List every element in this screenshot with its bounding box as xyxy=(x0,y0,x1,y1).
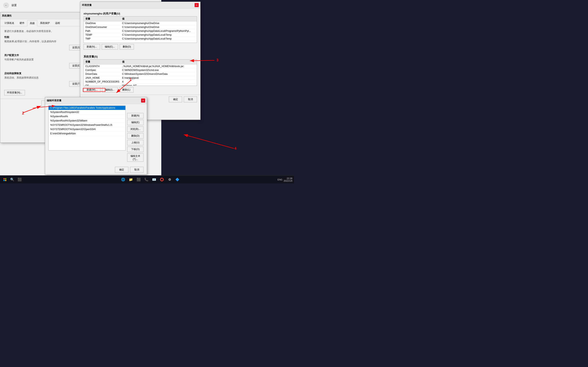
sys-vars-buttons: 新建(W)... 编辑(I)... 删除(L) xyxy=(80,86,200,94)
sysprop-tabs: 计算机名 硬件 高级 系统保护 远程 xyxy=(0,19,90,26)
tab-computer-name[interactable]: 计算机名 xyxy=(2,20,17,26)
sys-var-value-5: Windows_NT xyxy=(122,84,195,86)
editenv-path-3[interactable]: %SystemRoot%\System32\Wbem xyxy=(49,119,125,123)
performance-section: 性能 视觉效果,处理器计划，内存使用，以及虚拟内存 设置(S)... xyxy=(4,35,86,50)
editenv-edittext-btn[interactable]: 编辑文本(T)... xyxy=(127,153,144,162)
user-var-name-2: Path xyxy=(85,30,122,33)
env-variables-btn[interactable]: 环境变量(N)... xyxy=(4,90,25,95)
terminal-icon[interactable]: ⬛ xyxy=(135,176,142,183)
userprofile-desc: 与登录帐户相关的桌面设置 xyxy=(4,58,86,61)
taskbar-right: ENG 22:28 2022/1/9 xyxy=(277,177,292,182)
taskbar-center: 🌐 📁 ⬛ 📞 📧 ⭕ ⚙ 🔷 xyxy=(120,176,181,183)
editenv-path-2[interactable]: %SystemRoot% xyxy=(49,114,125,119)
editenv-dialog: 编辑环境变量 ✕ C:\Program Files (x86)\Parallel… xyxy=(45,97,147,175)
start-button[interactable] xyxy=(2,176,8,183)
user-col-value: 值 xyxy=(122,17,195,21)
editenv-up-btn[interactable]: 上移(U) xyxy=(127,140,144,145)
envvar-ok-btn[interactable]: 确定 xyxy=(169,96,182,102)
sys-var-3[interactable]: JAVA_HOME E:\nanjing\java\ xyxy=(84,76,197,80)
teams-icon[interactable]: 📞 xyxy=(143,176,150,183)
user-new-btn[interactable]: 新建(N)... xyxy=(84,44,100,50)
mail-icon[interactable]: 📧 xyxy=(151,176,157,183)
sys-col-value: 值 xyxy=(122,60,195,64)
office-icon[interactable]: ⭕ xyxy=(159,176,165,183)
sys-vars-table: 变量 值 CLASSPATH .;%JAVA_HOME%\lib\dt.jar;… xyxy=(84,59,197,86)
sys-var-value-4: 4 xyxy=(122,80,195,83)
tab-hardware[interactable]: 硬件 xyxy=(17,20,27,26)
settings-icon[interactable]: ⚙ xyxy=(166,176,173,183)
editenv-delete-btn[interactable]: 删除(D) xyxy=(127,133,144,139)
sys-var-name-2: DriverData xyxy=(85,73,122,75)
user-var-3[interactable]: TEMP C:\Users\xinyoumenghu\AppData\Local… xyxy=(84,33,197,37)
annotation-3: 3 xyxy=(216,58,218,62)
editenv-title: 编辑环境变量 xyxy=(47,99,61,102)
envvar-cancel-btn[interactable]: 取消 xyxy=(184,96,197,102)
startup-title: 启动和故障恢复 xyxy=(4,72,86,75)
user-edit-btn[interactable]: 编辑(E)... xyxy=(102,44,118,50)
user-var-2[interactable]: Path C:\Users\xinyoumenghu\AppData\Local… xyxy=(84,29,197,33)
tab-remote[interactable]: 远程 xyxy=(52,20,63,26)
user-var-name-1: OneDriveConsumer xyxy=(85,26,122,29)
sys-var-value-1: C:\WINDOWS\system32\cmd.exe xyxy=(122,69,195,72)
editenv-close-btn[interactable]: ✕ xyxy=(141,99,145,103)
user-var-1[interactable]: OneDriveConsumer C:\Users\xinyoumenghu\O… xyxy=(84,25,197,29)
user-delete-btn[interactable]: 删除(D) xyxy=(120,44,134,50)
editenv-footer: 确定 取消 xyxy=(115,167,144,173)
userprofile-section: 用户配置文件 与登录帐户相关的桌面设置 设置(E)... xyxy=(4,54,86,68)
editenv-ok-btn[interactable]: 确定 xyxy=(115,167,129,173)
editenv-path-4[interactable]: %SYSTEMROOT%\System32\WindowsPowerShell\… xyxy=(49,123,125,127)
user-var-value-2: C:\Users\xinyoumenghu\AppData\Local\Prog… xyxy=(122,30,195,33)
editenv-browse-btn[interactable]: 浏览(B)... xyxy=(127,126,144,132)
user-var-name-0: OneDrive xyxy=(85,22,122,25)
user-var-name-3: TEMP xyxy=(85,33,122,36)
editenv-path-0[interactable]: C:\Program Files (x86)\Parallels\Paralle… xyxy=(49,106,125,110)
sys-var-name-0: CLASSPATH xyxy=(85,65,122,68)
sys-var-value-0: .;%JAVA_HOME%\lib\dt.jar;%JAVA_HOME%\lib… xyxy=(122,65,195,68)
sys-var-0[interactable]: CLASSPATH .;%JAVA_HOME%\lib\dt.jar;%JAVA… xyxy=(84,64,197,68)
user-var-4[interactable]: TMP C:\Users\xinyoumenghu\AppData\Local\… xyxy=(84,37,197,41)
sys-vars-title: 系统变量(S) xyxy=(80,53,200,59)
envvar-close-btn[interactable]: ✕ xyxy=(195,3,199,7)
tab-system-protection[interactable]: 系统保护 xyxy=(37,20,52,26)
sys-var-value-3: E:\nanjing\java\ xyxy=(122,76,195,79)
sys-var-1[interactable]: ComSpec C:\WINDOWS\system32\cmd.exe xyxy=(84,68,197,72)
editenv-down-btn[interactable]: 下移(O) xyxy=(127,147,144,152)
user-var-name-4: TMP xyxy=(85,37,122,40)
edge-icon[interactable]: 🌐 xyxy=(120,176,126,183)
explorer-icon[interactable]: 📁 xyxy=(128,176,134,183)
editenv-edit-btn[interactable]: 编辑(E) xyxy=(127,120,144,125)
taskbar: 🔍 ⬛ 🌐 📁 ⬛ 📞 📧 ⭕ ⚙ 🔷 ENG 22:28 2022/1/9 xyxy=(0,175,294,184)
editenv-path-5[interactable]: %SYSTEMROOT%\System32\OpenSSH\ xyxy=(49,127,125,132)
sys-delete-btn[interactable]: 删除(L) xyxy=(119,87,134,92)
taskbar-lang: ENG xyxy=(277,178,282,181)
sys-var-4[interactable]: NUMBER_OF_PROCESSORS 4 xyxy=(84,80,197,84)
search-taskbar-icon[interactable]: 🔍 xyxy=(9,176,16,183)
sys-var-value-2: C:\Windows\System32\Drivers\DriverData xyxy=(122,73,195,75)
startup-section: 启动和故障恢复 系统启动、系统故障和调试信息 设置(T)... xyxy=(4,72,86,87)
back-button[interactable]: ← xyxy=(3,2,9,8)
sysprop-body: 要进行大多数更改，你必须作为管理员登录。 性能 视觉效果,处理器计划，内存使用，… xyxy=(0,26,90,99)
sys-var-name-1: ComSpec xyxy=(85,69,122,72)
tab-advanced[interactable]: 高级 xyxy=(27,20,37,26)
user-vars-table: 变量 值 OneDrive C:\Users\xinyoumenghu\OneD… xyxy=(84,16,197,43)
user-col-name: 变量 xyxy=(85,17,122,21)
editenv-path-1[interactable]: %SystemRoot%\system32 xyxy=(49,110,125,114)
editenv-new-btn[interactable]: 新建(N) xyxy=(127,113,144,118)
editenv-cancel-btn[interactable]: 取消 xyxy=(130,167,144,173)
app-icon[interactable]: 🔷 xyxy=(174,176,181,183)
performance-desc: 视觉效果,处理器计划，内存使用，以及虚拟内存 xyxy=(4,40,86,43)
user-var-0[interactable]: OneDrive C:\Users\xinyoumenghu\OneDrive xyxy=(84,21,197,25)
svg-line-3 xyxy=(184,134,234,149)
sys-var-2[interactable]: DriverData C:\Windows\System32\Drivers\D… xyxy=(84,72,197,76)
performance-title: 性能 xyxy=(4,35,86,39)
user-var-value-1: C:\Users\xinyoumenghu\OneDrive xyxy=(122,26,195,29)
taskview-icon[interactable]: ⬛ xyxy=(16,176,23,183)
envvar-title: 环境变量 xyxy=(82,3,92,7)
taskbar-date: 2022/1/9 xyxy=(284,180,292,182)
taskbar-left: 🔍 ⬛ xyxy=(2,176,23,183)
user-vars-header: 变量 值 xyxy=(84,17,197,21)
sys-var-5[interactable]: OS Windows_NT xyxy=(84,84,197,86)
editenv-path-6[interactable]: E:\minGW\mingw64\bin xyxy=(49,132,125,136)
sys-new-btn[interactable]: 新建(W)... xyxy=(84,87,100,92)
sys-edit-btn[interactable]: 编辑(I)... xyxy=(102,87,117,92)
